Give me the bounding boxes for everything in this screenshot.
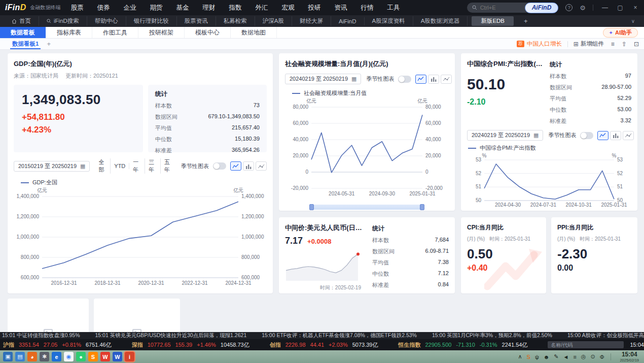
bar-chart-button[interactable] <box>610 131 621 140</box>
scatter-chart-button[interactable] <box>623 131 634 140</box>
user-icon[interactable]: ☻ <box>544 354 550 360</box>
share-icon[interactable]: ⇧ <box>622 41 627 48</box>
topbar-menu-item[interactable]: 股票 <box>71 4 84 12</box>
range-button[interactable]: 全部 <box>95 158 111 174</box>
sogou-tray-icon[interactable]: S <box>527 354 530 360</box>
taskbar-app-sogou[interactable]: S <box>88 352 98 361</box>
range-button[interactable]: 五年 <box>161 158 176 174</box>
range-button[interactable]: 一年 <box>129 158 145 174</box>
settings-gear-icon[interactable]: ⚙ <box>580 4 586 12</box>
nav-item[interactable]: 投研框架 <box>138 27 185 38</box>
close-button[interactable]: × <box>632 4 639 11</box>
workspace-tab[interactable]: 财经大屏 <box>292 16 331 26</box>
topbar-menu-item[interactable]: 宏观 <box>282 4 295 12</box>
workspace-tab[interactable]: 帮助中心 <box>87 16 126 26</box>
taskbar-app-word[interactable]: W <box>113 352 122 361</box>
ai-assistant-button[interactable]: ✦AI助手 <box>603 28 638 38</box>
taskbar-app-displays[interactable]: ▣ <box>3 352 13 361</box>
taskbar-app-firefox[interactable]: ◕ <box>27 352 37 361</box>
layers-icon[interactable]: ≡ <box>573 354 576 360</box>
workspace-tab[interactable]: AiFinD <box>331 17 365 25</box>
bar-chart-button[interactable] <box>428 75 439 84</box>
add-tab-button[interactable]: + <box>524 17 528 25</box>
news-item[interactable]: 15:00 A股收评：创业板指低开高走涨超2%，全市场超4600只个股上涨 <box>567 332 644 339</box>
workspace-tab[interactable]: 沪深A股 <box>255 16 292 26</box>
scatter-chart-button[interactable] <box>441 75 452 84</box>
date-range-picker[interactable]: 20240219 至 20250219▦ <box>285 74 361 84</box>
recommend-link[interactable]: 中国人口增长 <box>527 40 562 48</box>
workspace-tab[interactable]: iFinD搜索 <box>39 16 87 26</box>
topbar-menu-item[interactable]: 外汇 <box>256 4 268 12</box>
news-item[interactable]: 15:01 英镑兑美元GBP/USD快速拉升近30点后回落，现报1.2621 <box>95 332 246 339</box>
seasonal-toggle[interactable] <box>213 162 226 170</box>
line-chart-button[interactable] <box>597 131 609 140</box>
workspace-tab[interactable]: 股票资讯 <box>177 16 216 26</box>
workspace-tab[interactable]: 私募检索 <box>216 16 255 26</box>
add-board-button[interactable]: + <box>47 40 51 48</box>
topbar-menu-item[interactable]: 指数 <box>229 4 242 12</box>
bar-chart-button[interactable] <box>243 161 254 171</box>
index-quote[interactable]: 恒生指数22905.500-71.310-0.31%2241.54亿 <box>398 341 527 349</box>
global-search-input[interactable] <box>480 5 526 11</box>
topbar-menu-item[interactable]: 资讯 <box>335 4 347 12</box>
slider-handle-left[interactable] <box>309 204 314 210</box>
news-item[interactable]: 15:01 中证转债指数收盘涨0.95% <box>2 332 80 339</box>
index-quote[interactable]: 深指10772.65155.39+1.46%10458.73亿 <box>132 341 249 349</box>
nav-item[interactable]: 指标库表 <box>46 27 92 38</box>
taskbar-clock[interactable]: 15:04 2025/02/19 <box>620 351 639 362</box>
line-chart-button[interactable] <box>230 161 241 171</box>
news-item[interactable]: 15:00 ETF收评：机器人ETF基金领涨7.08%，德国ETF领跌2.53% <box>262 332 417 339</box>
workspace-tab[interactable]: 首页 <box>4 16 39 26</box>
date-range-picker[interactable]: 20150219 至 20250219▦ <box>14 161 90 172</box>
workspace-tab[interactable]: A股深度资料 <box>365 16 413 26</box>
news-item[interactable]: 15:00 英国1月CPI年率3%，预期2.8%，前值2.50% <box>432 332 552 339</box>
taskbar-app-ifind-terminal[interactable]: i <box>125 352 134 361</box>
taskbar-app-wechat[interactable]: ● <box>76 352 86 361</box>
tray-expand-icon[interactable]: ∧ <box>518 353 522 360</box>
power-icon[interactable]: Φ <box>600 354 604 360</box>
range-button[interactable]: 三年 <box>145 158 161 174</box>
seasonal-toggle[interactable] <box>398 76 411 83</box>
topbar-menu-item[interactable]: 行情 <box>361 4 374 12</box>
workspace-tab[interactable]: A股数据浏览器 <box>413 16 468 26</box>
taskbar-app-chrome[interactable]: ◉ <box>64 352 74 361</box>
index-quote[interactable]: 创指2226.9844.41+2.03%5073.39亿 <box>270 341 378 349</box>
topbar-menu-item[interactable]: 企业 <box>124 4 136 12</box>
index-quote[interactable]: 沪指3351.5427.05+0.81%6751.46亿 <box>3 341 112 349</box>
range-button[interactable]: YTD <box>111 163 129 169</box>
chevron-down-icon[interactable]: ∨ <box>631 18 635 24</box>
minimize-button[interactable]: — <box>601 4 609 11</box>
taskbar-app-wps[interactable]: W <box>100 352 110 361</box>
date-range-picker[interactable]: 20240219 至 20250219▦ <box>467 130 543 141</box>
nav-item[interactable]: 作图工具 <box>92 27 138 38</box>
seasonal-toggle[interactable] <box>580 132 593 139</box>
topbar-menu-item[interactable]: 理财 <box>203 4 216 12</box>
layout-menu-icon[interactable]: ≡ <box>611 41 615 48</box>
topbar-menu-item[interactable]: 债券 <box>97 4 110 12</box>
board-tab-active[interactable]: 数据看板1 <box>10 39 41 49</box>
line-chart-button[interactable] <box>415 75 426 84</box>
record-icon[interactable]: ◎ <box>581 353 586 360</box>
taskbar-app-files[interactable]: ▤ <box>15 352 25 361</box>
slider-handle-right[interactable] <box>420 204 424 210</box>
input-method-icon[interactable]: ψ <box>535 354 539 360</box>
topbar-menu-item[interactable]: 基金 <box>176 4 189 12</box>
topbar-menu-item[interactable]: 期货 <box>150 4 163 12</box>
time-range-slider[interactable] <box>310 205 423 210</box>
topbar-menu-item[interactable]: 工具 <box>387 4 400 12</box>
taskbar-app-tools[interactable]: ✱ <box>40 352 49 361</box>
workspace-tab[interactable]: 新版EDB <box>472 16 514 26</box>
pen-icon[interactable]: ✎ <box>554 353 558 360</box>
notification-icon[interactable]: ⊙ <box>590 353 595 360</box>
nav-item[interactable]: 数据地图 <box>231 27 277 38</box>
help-icon[interactable]: ? <box>565 4 573 11</box>
nav-item[interactable]: 模板中心 <box>185 27 231 38</box>
topbar-menu-item[interactable]: 投研 <box>308 4 321 12</box>
nav-item[interactable]: 数据看板 <box>0 27 46 38</box>
scatter-chart-button[interactable] <box>256 161 267 171</box>
taskbar-app-edge[interactable]: e <box>52 352 61 361</box>
fullscreen-icon[interactable]: ⊡ <box>634 41 639 48</box>
workspace-tab[interactable]: 银行理财比较 <box>126 16 177 26</box>
aifind-button[interactable]: AiFinD <box>525 3 559 13</box>
volume-icon[interactable]: ◄ <box>563 354 569 360</box>
